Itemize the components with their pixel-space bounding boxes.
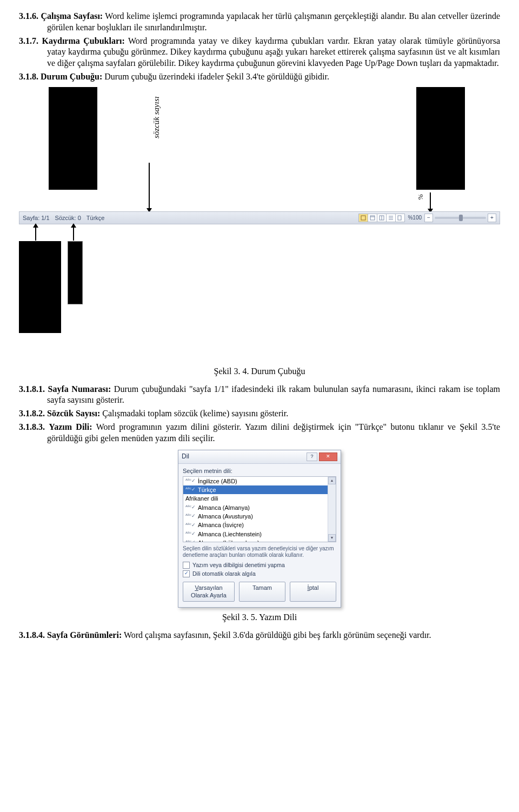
section-num: 3.1.8.1. xyxy=(19,384,45,394)
list-item: ᴬᴮᶜ✓Almanca (Almanya) xyxy=(183,503,336,512)
checkbox-label: Dili otomatik olarak algıla xyxy=(192,570,256,578)
checkbox-autodetect[interactable]: ✓ Dili otomatik olarak algıla xyxy=(183,570,336,578)
zoom-slider[interactable] xyxy=(435,217,486,219)
language-dialog: Dil ? ✕ Seçilen metnin dili: ᴬᴮᶜ✓İngiliz… xyxy=(178,450,341,608)
checkbox-no-spellcheck[interactable]: Yazım veya dilbilgisi denetimi yapma xyxy=(183,562,336,569)
view-outline-button[interactable] xyxy=(387,214,396,222)
svg-rect-8 xyxy=(398,216,401,220)
zoom-in-button[interactable]: + xyxy=(488,214,496,222)
language-listbox[interactable]: ᴬᴮᶜ✓İngilizce (ABD) ᴬᴮᶜ✓Türkçe Afrikaner… xyxy=(183,476,336,542)
spellcheck-icon: ᴬᴮᶜ✓ xyxy=(185,513,196,520)
spellcheck-icon: ᴬᴮᶜ✓ xyxy=(185,522,196,529)
section-text: Word kelime işlemci programında yapılaca… xyxy=(47,11,500,32)
percent-label: % xyxy=(416,194,425,200)
section-num: 3.1.7. xyxy=(19,36,38,45)
cancel-button[interactable]: İptal xyxy=(290,582,336,602)
checkbox-label: Yazım veya dilbilgisi denetimi yapma xyxy=(192,562,285,569)
list-item: ᴬᴮᶜ✓Almanca (İsviçre) xyxy=(183,521,336,529)
section-text: Word çalışma sayfasının, Şekil 3.6'da gö… xyxy=(124,630,431,640)
svg-rect-0 xyxy=(361,216,365,220)
status-wordcount[interactable]: Sözcük: 0 xyxy=(55,214,81,222)
spellcheck-icon: ᴬᴮᶜ✓ xyxy=(185,531,196,537)
dialog-close-button[interactable]: ✕ xyxy=(319,452,337,461)
section-text: Çalışmadaki toplam sözcük (kelime) sayıs… xyxy=(102,409,288,418)
view-mode-buttons xyxy=(358,214,405,222)
zoom-slider-thumb[interactable] xyxy=(459,215,463,221)
list-item: ᴬᴮᶜ✓Almanca (Liechtenstein) xyxy=(183,530,336,538)
ok-button[interactable]: Tamam xyxy=(239,582,285,602)
list-item: Afrikaner dili xyxy=(183,494,336,503)
status-page[interactable]: Sayfa: 1/1 xyxy=(23,214,50,222)
view-print-layout-button[interactable] xyxy=(359,214,368,222)
dialog-title: Dil xyxy=(182,452,189,461)
section-318: 3.1.8. Durum Çubuğu: Durum çubuğu üzerin… xyxy=(19,71,500,83)
view-fullscreen-button[interactable] xyxy=(368,214,377,222)
spellcheck-icon: ᴬᴮᶜ✓ xyxy=(185,504,196,511)
section-title: Durum Çubuğu: xyxy=(41,72,102,81)
section-num: 3.1.8.3. xyxy=(19,422,45,431)
arrow-up-icon xyxy=(73,227,74,241)
spellcheck-icon: ᴬᴮᶜ✓ xyxy=(185,540,196,542)
arrow-down-icon xyxy=(430,192,431,210)
figure-caption-text: Şekil 3. 4. Durum Çubuğu xyxy=(214,367,305,376)
redaction-box xyxy=(19,241,61,333)
spellcheck-icon: ᴬᴮᶜ✓ xyxy=(185,478,196,484)
view-draft-button[interactable] xyxy=(396,214,404,222)
checkbox-icon[interactable] xyxy=(183,562,190,569)
section-317: 3.1.7. Kaydırma Çubukları: Word programı… xyxy=(19,36,500,69)
dialog-field-label: Seçilen metnin dili: xyxy=(183,467,336,475)
arrow-down-icon xyxy=(149,163,150,209)
arrow-up-icon xyxy=(35,227,36,241)
redaction-box xyxy=(68,241,83,304)
section-3184: 3.1.8.4. Sayfa Görünümleri: Word çalışma… xyxy=(19,630,500,641)
figure-34-region: sözcük sayısı % Sayfa: 1/1 Sözcük: 0 Tür… xyxy=(19,87,500,363)
dialog-help-button[interactable]: ? xyxy=(307,452,317,461)
wordcount-label: sözcük sayısı xyxy=(151,96,162,138)
section-text: Durum çubuğundaki "sayfa 1/1" ifadesinde… xyxy=(47,384,500,405)
section-num: 3.1.6. xyxy=(19,11,38,21)
section-num: 3.1.8.2. xyxy=(19,409,45,418)
section-title: Sayfa Görünümleri: xyxy=(47,630,122,640)
section-title: Yazım Dili: xyxy=(49,422,92,431)
section-3182: 3.1.8.2. Sözcük Sayısı: Çalışmadaki topl… xyxy=(19,408,500,420)
section-title: Sayfa Numarası: xyxy=(48,384,111,394)
set-default-button[interactable]: Varsayılan Olarak Ayarla xyxy=(183,582,235,602)
section-num: 3.1.8.4. xyxy=(19,630,45,640)
spellcheck-icon: ᴬᴮᶜ✓ xyxy=(185,487,196,493)
checkbox-checked-icon[interactable]: ✓ xyxy=(183,570,190,577)
zoom-percentage[interactable]: %100 xyxy=(407,214,423,221)
section-title: Çalışma Sayfası: xyxy=(41,11,103,21)
figure-35-caption: Şekil 3. 5. Yazım Dili xyxy=(19,612,500,623)
figure-caption-text: Şekil 3. 5. Yazım Dili xyxy=(222,613,297,622)
section-316: 3.1.6. Çalışma Sayfası: Word kelime işle… xyxy=(19,11,500,34)
list-item: ᴬᴮᶜ✓Almanca (Lüksemburg) xyxy=(183,538,336,542)
redaction-box xyxy=(416,87,465,190)
section-3181: 3.1.8.1. Sayfa Numarası: Durum çubuğunda… xyxy=(19,384,500,407)
section-text: Durum çubuğu üzerindeki ifadeler Şekil 3… xyxy=(104,72,329,81)
section-3183: 3.1.8.3. Yazım Dili: Word programının ya… xyxy=(19,422,500,444)
figure-34-caption: Şekil 3. 4. Durum Çubuğu xyxy=(19,366,500,377)
listbox-scrollbar[interactable]: ▲ ▼ xyxy=(328,477,336,542)
zoom-out-button[interactable]: − xyxy=(424,214,433,222)
dialog-titlebar: Dil ? ✕ xyxy=(178,450,341,464)
scroll-up-button[interactable]: ▲ xyxy=(328,477,336,484)
svg-rect-1 xyxy=(370,216,375,220)
scroll-down-button[interactable]: ▼ xyxy=(328,534,336,542)
word-status-bar: Sayfa: 1/1 Sözcük: 0 Türkçe %100 − + xyxy=(19,211,500,224)
figure-35-region: Dil ? ✕ Seçilen metnin dili: ᴬᴮᶜ✓İngiliz… xyxy=(19,450,500,608)
list-item: ᴬᴮᶜ✓İngilizce (ABD) xyxy=(183,477,336,485)
status-language[interactable]: Türkçe xyxy=(86,214,105,222)
section-title: Kaydırma Çubukları: xyxy=(42,36,125,45)
list-item: ᴬᴮᶜ✓Almanca (Avusturya) xyxy=(183,512,336,521)
section-num: 3.1.8. xyxy=(19,72,38,81)
section-title: Sözcük Sayısı: xyxy=(47,409,100,418)
list-item-selected: ᴬᴮᶜ✓Türkçe xyxy=(183,485,336,494)
section-text: Word programının yazım dilini gösterir. … xyxy=(47,422,500,443)
redaction-box xyxy=(49,87,97,190)
dialog-note: Seçilen dilin sözlükleri varsa yazım den… xyxy=(183,545,336,558)
view-web-button[interactable] xyxy=(377,214,387,222)
